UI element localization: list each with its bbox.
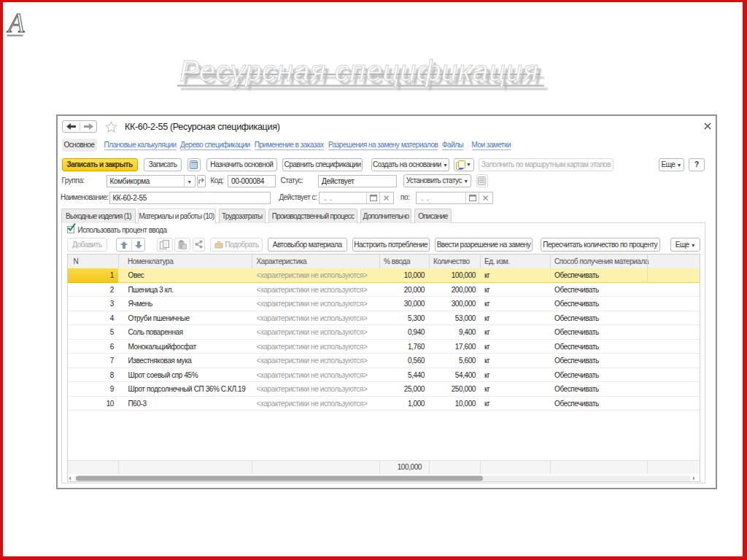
svg-text:A: A [6, 8, 25, 38]
svg-text:Ресурсная спецификация: Ресурсная спецификация [179, 55, 538, 87]
